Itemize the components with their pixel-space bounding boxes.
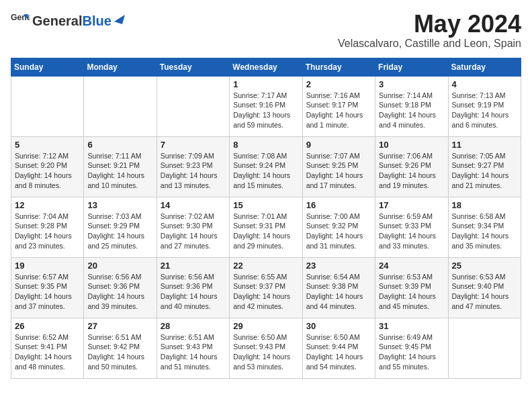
cell-info: Daylight: 14 hours <box>87 231 152 241</box>
day-number: 1 <box>233 79 298 89</box>
cell-info: Sunrise: 6:54 AM <box>306 272 371 282</box>
day-number: 31 <box>379 321 444 331</box>
calendar-cell: 2Sunrise: 7:16 AMSunset: 9:17 PMDaylight… <box>302 76 375 136</box>
calendar-cell: 25Sunrise: 6:53 AMSunset: 9:40 PMDayligh… <box>448 257 521 318</box>
cell-info: Sunset: 9:23 PM <box>161 161 226 171</box>
calendar-cell: 1Sunrise: 7:17 AMSunset: 9:16 PMDaylight… <box>230 76 302 136</box>
cell-info: Sunset: 9:40 PM <box>452 281 517 291</box>
day-number: 6 <box>87 140 152 150</box>
cell-info: Daylight: 14 hours <box>452 171 517 181</box>
calendar-cell <box>157 76 229 136</box>
calendar-cell: 14Sunrise: 7:02 AMSunset: 9:30 PMDayligh… <box>157 197 229 257</box>
cell-info: and 35 minutes. <box>452 241 517 251</box>
cell-info: and 21 minutes. <box>452 181 517 191</box>
cell-info: and 27 minutes. <box>161 241 226 251</box>
cell-info: Sunrise: 6:58 AM <box>452 212 517 222</box>
day-number: 23 <box>306 261 371 271</box>
cell-info: and 50 minutes. <box>87 362 152 372</box>
calendar-cell: 18Sunrise: 6:58 AMSunset: 9:34 PMDayligh… <box>448 197 521 257</box>
cell-info: Daylight: 14 hours <box>233 231 298 241</box>
calendar-cell: 20Sunrise: 6:56 AMSunset: 9:36 PMDayligh… <box>84 257 157 318</box>
calendar-cell: 26Sunrise: 6:52 AMSunset: 9:41 PMDayligh… <box>11 318 84 378</box>
calendar-cell: 17Sunrise: 6:59 AMSunset: 9:33 PMDayligh… <box>375 197 448 257</box>
day-number: 30 <box>306 321 371 331</box>
cell-info: Daylight: 14 hours <box>161 171 226 181</box>
cell-info: and 53 minutes. <box>233 362 298 372</box>
cell-info: Sunset: 9:43 PM <box>161 342 226 352</box>
cell-info: Sunrise: 7:04 AM <box>15 212 80 222</box>
calendar-cell: 31Sunrise: 6:49 AMSunset: 9:45 PMDayligh… <box>375 318 448 378</box>
cell-info: Sunset: 9:35 PM <box>15 281 80 291</box>
cell-info: and 39 minutes. <box>87 302 152 312</box>
cell-info: Sunset: 9:36 PM <box>161 281 226 291</box>
calendar-cell <box>84 76 157 136</box>
header-cell-wednesday: Wednesday <box>230 58 302 76</box>
day-number: 12 <box>15 200 80 210</box>
day-number: 19 <box>15 261 80 271</box>
header-cell-saturday: Saturday <box>448 58 521 76</box>
cell-info: Daylight: 14 hours <box>15 231 80 241</box>
header-cell-friday: Friday <box>375 58 448 76</box>
cell-info: Sunset: 9:30 PM <box>161 221 226 231</box>
day-number: 20 <box>87 261 152 271</box>
cell-info: Daylight: 14 hours <box>161 352 226 362</box>
header-row: SundayMondayTuesdayWednesdayThursdayFrid… <box>11 58 521 76</box>
cell-info: Sunset: 9:19 PM <box>452 100 517 110</box>
day-number: 10 <box>379 140 444 150</box>
header-cell-tuesday: Tuesday <box>157 58 229 76</box>
cell-info: and 25 minutes. <box>87 241 152 251</box>
logo-icon: General <box>11 11 30 30</box>
cell-info: Sunset: 9:36 PM <box>87 281 152 291</box>
day-number: 25 <box>452 261 517 271</box>
cell-info: Sunrise: 7:12 AM <box>15 151 80 161</box>
cell-info: Sunrise: 7:09 AM <box>161 151 226 161</box>
cell-info: and 13 minutes. <box>161 181 226 191</box>
cell-info: Sunrise: 7:14 AM <box>379 91 444 101</box>
day-number: 3 <box>379 79 444 89</box>
calendar-cell: 13Sunrise: 7:03 AMSunset: 9:29 PMDayligh… <box>84 197 157 257</box>
cell-info: Sunrise: 7:01 AM <box>233 212 298 222</box>
cell-info: and 19 minutes. <box>379 181 444 191</box>
cell-info: Sunset: 9:28 PM <box>15 221 80 231</box>
cell-info: Daylight: 14 hours <box>87 352 152 362</box>
day-number: 4 <box>452 79 517 89</box>
day-number: 29 <box>233 321 298 331</box>
logo-blue: Blue <box>82 13 111 29</box>
calendar-header: SundayMondayTuesdayWednesdayThursdayFrid… <box>11 58 521 76</box>
calendar-cell: 5Sunrise: 7:12 AMSunset: 9:20 PMDaylight… <box>11 136 84 197</box>
cell-info: and 55 minutes. <box>379 362 444 372</box>
logo-general: General <box>32 13 82 29</box>
cell-info: Sunset: 9:45 PM <box>379 342 444 352</box>
cell-info: Daylight: 14 hours <box>306 291 371 302</box>
cell-info: Sunset: 9:33 PM <box>379 221 444 231</box>
logo: General General Blue <box>11 11 126 30</box>
day-number: 7 <box>161 140 226 150</box>
cell-info: Daylight: 14 hours <box>233 171 298 181</box>
day-number: 24 <box>379 261 444 271</box>
cell-info: Sunrise: 7:07 AM <box>306 151 371 161</box>
day-number: 28 <box>161 321 226 331</box>
cell-info: Sunset: 9:38 PM <box>306 281 371 291</box>
cell-info: Daylight: 14 hours <box>379 291 444 302</box>
cell-info: Daylight: 14 hours <box>306 110 371 120</box>
cell-info: Daylight: 14 hours <box>379 171 444 181</box>
cell-info: and 44 minutes. <box>306 302 371 312</box>
cell-info: Sunset: 9:25 PM <box>306 161 371 171</box>
cell-info: Daylight: 14 hours <box>233 352 298 362</box>
calendar-cell: 16Sunrise: 7:00 AMSunset: 9:32 PMDayligh… <box>302 197 375 257</box>
day-number: 14 <box>161 200 226 210</box>
day-number: 16 <box>306 200 371 210</box>
cell-info: Sunrise: 6:56 AM <box>161 272 226 282</box>
cell-info: Sunrise: 6:53 AM <box>452 272 517 282</box>
cell-info: and 8 minutes. <box>15 181 80 191</box>
cell-info: and 4 minutes. <box>379 120 444 130</box>
cell-info: Sunrise: 7:06 AM <box>379 151 444 161</box>
calendar-cell: 30Sunrise: 6:50 AMSunset: 9:44 PMDayligh… <box>302 318 375 378</box>
calendar-cell: 12Sunrise: 7:04 AMSunset: 9:28 PMDayligh… <box>11 197 84 257</box>
day-number: 2 <box>306 79 371 89</box>
cell-info: Sunset: 9:16 PM <box>233 100 298 110</box>
cell-info: and 33 minutes. <box>379 241 444 251</box>
cell-info: Sunrise: 6:50 AM <box>306 332 371 342</box>
cell-info: Daylight: 14 hours <box>306 171 371 181</box>
calendar-cell: 9Sunrise: 7:07 AMSunset: 9:25 PMDaylight… <box>302 136 375 197</box>
